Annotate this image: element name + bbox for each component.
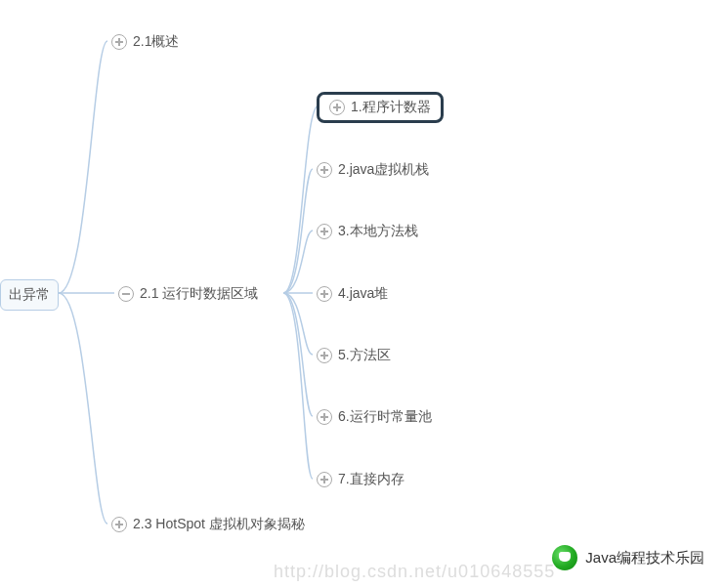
root-node[interactable]: 出异常 (0, 279, 59, 311)
expand-icon[interactable] (317, 224, 332, 239)
brand-badge: Java编程技术乐园 (552, 545, 704, 570)
expand-icon[interactable] (111, 34, 127, 50)
node-runtime-constant-pool[interactable]: 6.运行时常量池 (311, 404, 438, 430)
expand-icon[interactable] (317, 472, 332, 487)
node-2-1-runtime-data-areas[interactable]: 2.1 运行时数据区域 (112, 281, 264, 307)
node-label: 2.1 运行时数据区域 (140, 285, 258, 303)
node-label: 5.方法区 (338, 347, 391, 364)
node-label: 2.java虚拟机栈 (338, 161, 429, 179)
node-java-vm-stack[interactable]: 2.java虚拟机栈 (311, 157, 435, 183)
expand-icon[interactable] (317, 286, 332, 302)
node-label: 4.java堆 (338, 285, 388, 303)
brand-label: Java编程技术乐园 (585, 549, 704, 567)
node-label: 6.运行时常量池 (338, 408, 432, 426)
node-java-heap[interactable]: 4.java堆 (311, 281, 394, 307)
collapse-icon[interactable] (118, 286, 134, 302)
node-label: 2.3 HotSpot 虚拟机对象揭秘 (133, 516, 305, 533)
expand-icon[interactable] (111, 517, 127, 532)
wechat-icon (552, 545, 577, 570)
expand-icon[interactable] (329, 100, 345, 115)
node-label: 3.本地方法栈 (338, 223, 418, 240)
expand-icon[interactable] (317, 348, 332, 363)
node-label: 2.1概述 (133, 33, 179, 51)
node-program-counter[interactable]: 1.程序计数器 (317, 92, 444, 123)
node-2-1-overview[interactable]: 2.1概述 (106, 29, 185, 55)
expand-icon[interactable] (317, 409, 332, 425)
expand-icon[interactable] (317, 162, 332, 178)
node-label: 7.直接内存 (338, 471, 405, 488)
node-native-method-stack[interactable]: 3.本地方法栈 (311, 219, 424, 244)
watermark-text: http://blog.csdn.net/u010648555 (274, 562, 555, 582)
node-method-area[interactable]: 5.方法区 (311, 343, 397, 368)
node-direct-memory[interactable]: 7.直接内存 (311, 467, 410, 492)
node-2-3-hotspot[interactable]: 2.3 HotSpot 虚拟机对象揭秘 (106, 512, 311, 537)
root-label: 出异常 (9, 286, 50, 304)
node-label: 1.程序计数器 (351, 99, 431, 116)
